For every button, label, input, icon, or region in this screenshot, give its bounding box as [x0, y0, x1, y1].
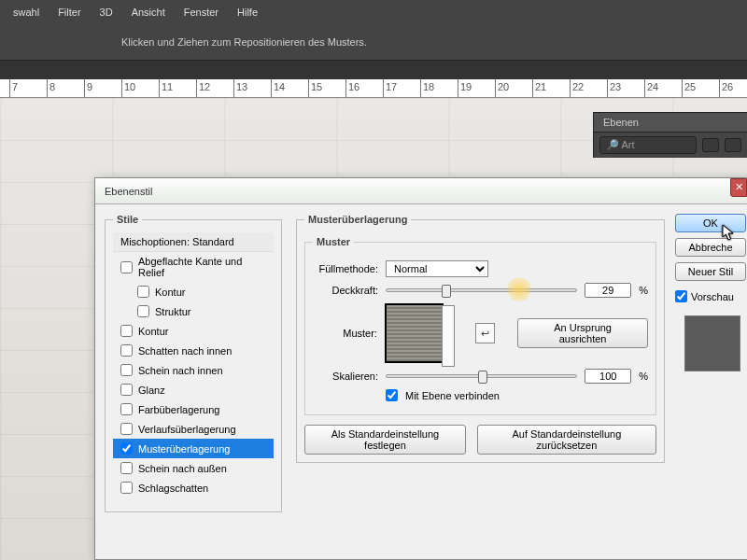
blend-options[interactable]: Mischoptionen: Standard — [113, 232, 274, 252]
new-style-button[interactable]: Neuer Stil — [675, 262, 746, 281]
styles-legend: Stile — [113, 214, 142, 225]
layers-tab[interactable]: Ebenen — [594, 113, 747, 133]
style-item[interactable]: Schlagschatten — [113, 478, 274, 497]
style-item[interactable]: Farbüberlagerung — [113, 399, 274, 419]
close-icon[interactable]: ✕ — [730, 178, 747, 197]
style-item-selected[interactable]: Musterüberlagerung — [113, 439, 274, 458]
cancel-button[interactable]: Abbreche — [675, 238, 746, 257]
layers-panel: Ebenen 🔎 Art — [593, 112, 747, 158]
ok-button[interactable]: OK — [675, 214, 746, 232]
style-item[interactable]: Verlaufsüberlagerung — [113, 419, 274, 439]
pattern-overlay-group: Musterüberlagerung Muster Füllmethode: N… — [296, 214, 665, 463]
style-item[interactable]: Kontur — [113, 321, 274, 341]
preview-checkbox[interactable] — [675, 290, 687, 302]
scale-label: Skalieren: — [313, 371, 378, 382]
ruler: 78 910 1112 1314 1516 1718 1920 2122 232… — [0, 79, 747, 98]
menu-item[interactable]: Hilfe — [228, 3, 267, 21]
menu-item[interactable]: Ansicht — [122, 3, 175, 21]
pattern-inner-group: Muster Füllmethode: Normal Deckkraft: % … — [304, 236, 656, 415]
options-bar: Klicken und Ziehen zum Repositionieren d… — [0, 23, 747, 61]
menu-item[interactable]: Fenster — [175, 3, 228, 21]
styles-list: Stile Mischoptionen: Standard Abgeflacht… — [105, 214, 282, 512]
style-item[interactable]: Kontur — [113, 282, 274, 301]
opacity-input[interactable] — [585, 283, 631, 298]
scale-input[interactable] — [585, 369, 631, 384]
scale-slider[interactable] — [386, 374, 577, 378]
dialog-right-column: OK Abbreche Neuer Stil Vorschau — [675, 214, 747, 379]
snap-origin-button[interactable]: An Ursprung ausrichten — [517, 318, 648, 348]
link-label: Mit Ebene verbinden — [405, 390, 500, 401]
menu-item[interactable]: Filter — [49, 3, 90, 21]
layer-filter[interactable]: 🔎 Art — [599, 136, 697, 154]
pattern-swatch[interactable] — [385, 303, 444, 363]
layer-style-dialog: Ebenenstil ✕ Stile Mischoptionen: Standa… — [94, 177, 747, 560]
filter-icon[interactable] — [702, 138, 719, 152]
blendmode-label: Füllmethode: — [313, 263, 378, 274]
style-item[interactable]: Schein nach außen — [113, 458, 274, 478]
new-preset-icon[interactable]: ↩ — [475, 323, 496, 343]
style-item[interactable]: Schatten nach innen — [113, 341, 274, 360]
link-checkbox[interactable] — [386, 389, 398, 401]
opacity-slider[interactable] — [386, 288, 577, 292]
dialog-title: Ebenenstil — [105, 186, 152, 197]
menu-item[interactable]: swahl — [4, 3, 49, 21]
overlay-legend: Musterüberlagerung — [304, 214, 411, 225]
menubar: swahl Filter 3D Ansicht Fenster Hilfe — [0, 0, 747, 23]
preview-thumb — [684, 315, 740, 371]
opacity-label: Deckkraft: — [313, 285, 378, 296]
hint-text: Klicken und Ziehen zum Repositionieren d… — [121, 36, 367, 48]
menu-item[interactable]: 3D — [91, 3, 122, 21]
filter-icon[interactable] — [725, 138, 741, 152]
style-item[interactable]: Struktur — [113, 301, 274, 321]
reset-default-button[interactable]: Auf Standardeinstellung zurücksetzen — [477, 425, 656, 455]
pattern-label: Muster: — [313, 328, 377, 339]
style-item[interactable]: Abgeflachte Kante und Relief — [113, 252, 274, 282]
style-item[interactable]: Glanz — [113, 380, 274, 399]
blendmode-select[interactable]: Normal — [386, 260, 488, 277]
style-item[interactable]: Schein nach innen — [113, 360, 274, 380]
make-default-button[interactable]: Als Standardeinstellung festlegen — [304, 425, 466, 455]
titlebar[interactable]: Ebenenstil ✕ — [95, 178, 747, 204]
